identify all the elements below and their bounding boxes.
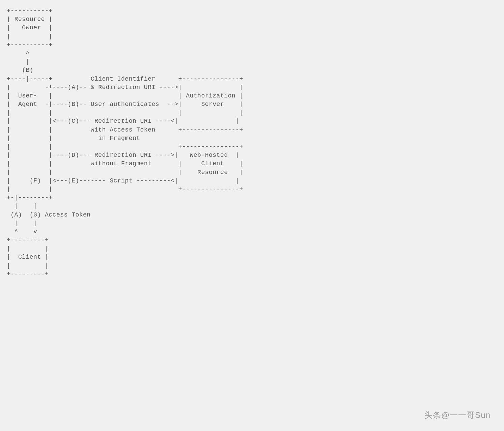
- oauth-implicit-flow-diagram: +----------+ | Resource | | Owner | | | …: [7, 7, 497, 279]
